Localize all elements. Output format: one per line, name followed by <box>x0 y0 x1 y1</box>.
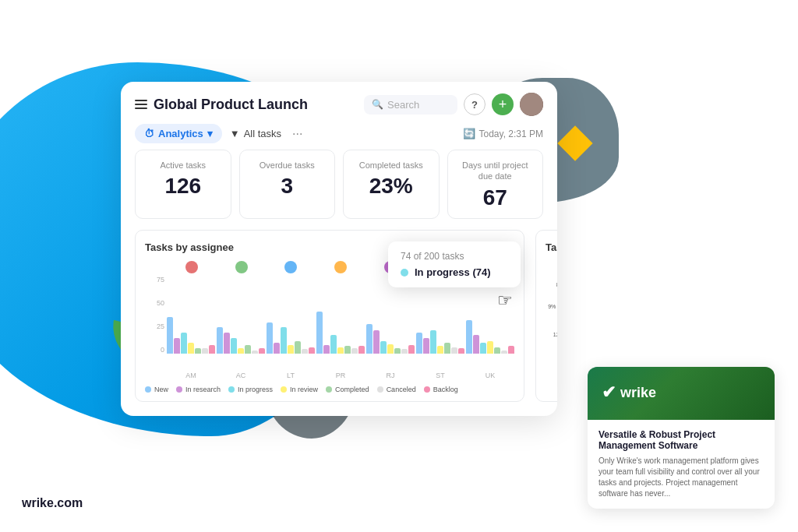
bar <box>202 348 208 354</box>
bar <box>330 335 337 354</box>
mini-avatar <box>266 261 316 273</box>
analytics-button[interactable]: ⏱ Analytics ▾ <box>135 124 222 143</box>
wrike-card-title: Versatile & Robust Project Management So… <box>598 429 764 451</box>
bar <box>245 345 251 354</box>
mini-avatar <box>167 261 217 273</box>
x-axis-label: PR <box>316 372 365 379</box>
search-icon: 🔍 <box>372 99 383 110</box>
avatar-circle <box>235 261 248 273</box>
y-axis-label: 75 <box>145 276 164 284</box>
y-axis-label: 50 <box>145 299 164 307</box>
donut-label: 9% <box>548 304 556 309</box>
project-title: Global Product Launch <box>154 97 308 113</box>
bar <box>181 333 187 354</box>
legend-dot <box>281 386 287 393</box>
donut-chart-card: Tasks by status 37%23%12%9%8%11% <box>535 230 557 402</box>
sync-time: Today, 2:31 PM <box>479 129 544 139</box>
bar <box>316 312 323 353</box>
x-axis-label: UK <box>466 372 514 379</box>
filter-label: All tasks <box>244 128 281 139</box>
legend-item: In review <box>281 386 318 393</box>
wrike-card-description: Only Wrike's work management platform gi… <box>598 456 764 499</box>
x-axis-label: ST <box>416 372 464 379</box>
bar <box>358 346 365 353</box>
bar <box>302 349 308 353</box>
bar <box>267 322 273 354</box>
bar <box>217 327 223 353</box>
stat-card: Active tasks126 <box>135 150 231 219</box>
more-options-button[interactable]: ··· <box>289 127 305 141</box>
filter-button[interactable]: ▼ All tasks <box>230 128 281 139</box>
wrike-logo-text: wrike <box>620 385 656 401</box>
mini-avatar <box>217 261 267 273</box>
legend-item: Backlog <box>424 386 458 393</box>
x-axis: AMACLTPRRJSTUK <box>145 372 514 379</box>
card-header-right: 🔍 Search ? + <box>364 93 543 116</box>
bar <box>473 335 479 354</box>
stat-value: 3 <box>248 175 327 197</box>
toolbar-right: 🔄 Today, 2:31 PM <box>463 128 544 139</box>
search-placeholder: Search <box>387 99 419 111</box>
legend-dot <box>228 386 235 393</box>
bar <box>487 341 493 354</box>
site-label: wrike.com <box>22 496 83 510</box>
bar <box>416 333 422 354</box>
stat-label: Overdue tasks <box>248 160 327 171</box>
bar <box>337 347 344 354</box>
x-axis-label: RJ <box>366 372 415 379</box>
wrike-logo: ✔ wrike <box>602 382 761 403</box>
stat-label: Active tasks <box>143 160 223 171</box>
cursor-hand-icon: ☞ <box>497 291 513 311</box>
stat-card: Completed tasks23% <box>343 150 440 219</box>
stat-label: Completed tasks <box>351 160 431 171</box>
bar <box>501 351 507 354</box>
tooltip-row: In progress (74) <box>401 266 508 278</box>
bar <box>408 345 415 354</box>
mini-avatar <box>316 261 365 273</box>
card-header-left: Global Product Launch <box>135 97 308 113</box>
hamburger-menu-icon[interactable] <box>135 100 147 109</box>
legend-label: Canceled <box>387 386 416 393</box>
legend-label: In review <box>290 386 318 393</box>
bar <box>224 333 230 354</box>
avatar-face <box>520 93 543 116</box>
bar <box>373 330 380 353</box>
legend-item: Canceled <box>377 386 416 393</box>
avatar-circle <box>185 261 198 273</box>
bar <box>295 341 301 354</box>
analytics-icon: ⏱ <box>144 128 154 139</box>
card-header: Global Product Launch 🔍 Search ? + <box>121 82 557 116</box>
add-button[interactable]: + <box>492 93 514 115</box>
search-box[interactable]: 🔍 Search <box>364 95 457 115</box>
avatar[interactable] <box>520 93 543 116</box>
help-button[interactable]: ? <box>464 93 486 115</box>
bar-group <box>217 327 265 353</box>
analytics-label: Analytics <box>158 128 203 139</box>
filter-icon: ▼ <box>230 128 240 139</box>
bar <box>167 317 173 354</box>
bar <box>195 348 201 354</box>
donut-label: 12% <box>553 332 557 337</box>
bar-chart-area: 7550250 <box>145 276 514 369</box>
wrike-card: ✔ wrike Versatile & Robust Project Manag… <box>588 367 775 509</box>
tooltip-card: 74 of 200 tasks In progress (74) ☞ <box>388 241 521 287</box>
bar <box>394 348 401 354</box>
bar <box>380 341 387 354</box>
bar <box>238 348 244 354</box>
bar <box>323 345 330 354</box>
legend-label: New <box>154 386 168 393</box>
legend-label: In research <box>185 386 221 393</box>
legend-dot <box>377 386 383 393</box>
chart-legend: NewIn researchIn progressIn reviewComple… <box>145 386 514 393</box>
bar <box>430 330 436 353</box>
bar <box>274 343 280 353</box>
bar <box>209 345 215 354</box>
tooltip-header: 74 of 200 tasks <box>401 251 508 262</box>
donut-chart-title: Tasks by status <box>546 241 557 253</box>
avatar-circle <box>334 261 347 273</box>
bar <box>466 320 472 354</box>
legend-item: New <box>145 386 168 393</box>
bar <box>188 343 194 353</box>
y-axis-label: 25 <box>145 322 164 330</box>
stat-label: Days until project due date <box>456 160 535 182</box>
